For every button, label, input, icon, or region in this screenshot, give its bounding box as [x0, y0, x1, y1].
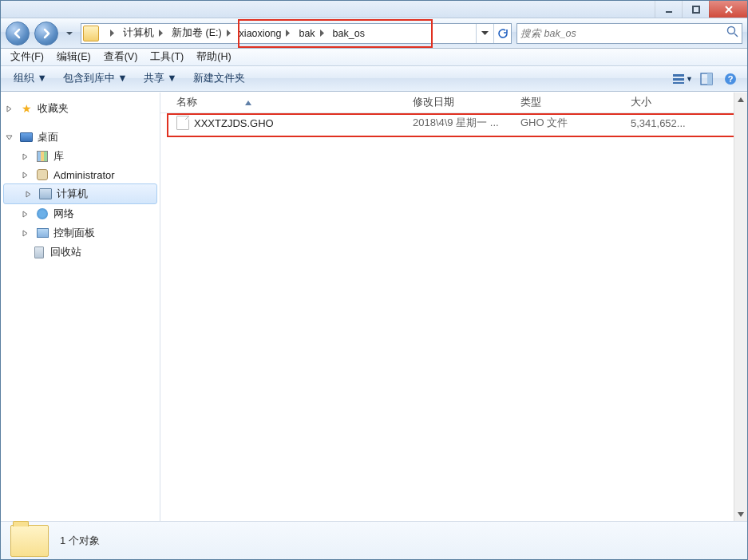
- menu-edit[interactable]: 编辑(E): [50, 49, 97, 65]
- column-label: 修改日期: [413, 97, 454, 108]
- vertical-scrollbar[interactable]: [734, 93, 747, 521]
- sidebar-item-library[interactable]: 库: [1, 147, 160, 166]
- navigation-pane: ★ 收藏夹 桌面 库 Administrator: [1, 93, 160, 521]
- expander-icon[interactable]: [4, 104, 14, 113]
- column-header-type[interactable]: 类型: [514, 93, 624, 112]
- explorer-body: ★ 收藏夹 桌面 库 Administrator: [1, 92, 747, 521]
- menu-view[interactable]: 查看(V): [97, 49, 144, 65]
- sidebar-item-label: 桌面: [38, 130, 58, 144]
- breadcrumb-label: bak: [299, 28, 315, 39]
- control-panel-icon: [36, 227, 49, 239]
- recycle-bin-icon: [33, 246, 46, 258]
- file-name: XXXTZJDS.GHO: [194, 117, 274, 129]
- sidebar-item-favorites[interactable]: ★ 收藏夹: [1, 99, 160, 118]
- sidebar-item-network[interactable]: 网络: [1, 204, 160, 223]
- breadcrumb-bak-os[interactable]: bak_os: [328, 24, 368, 43]
- expander-icon[interactable]: [20, 170, 30, 179]
- breadcrumb-label: xiaoxiong: [239, 28, 282, 39]
- menu-file[interactable]: 文件(F): [4, 49, 50, 65]
- sidebar-item-label: 控制面板: [53, 226, 95, 240]
- toolbar-share[interactable]: 共享 ▼: [137, 69, 184, 89]
- file-type: GHO 文件: [514, 114, 624, 132]
- sidebar-item-label: 回收站: [50, 245, 81, 259]
- expander-icon[interactable]: [20, 209, 30, 219]
- breadcrumb-volume-e[interactable]: 新加卷 (E:): [167, 24, 235, 43]
- column-label: 大小: [631, 97, 651, 108]
- search-box[interactable]: [516, 23, 742, 44]
- scroll-up-button[interactable]: [734, 93, 747, 106]
- column-header-date[interactable]: 修改日期: [406, 93, 514, 112]
- minimize-button[interactable]: [655, 1, 682, 18]
- star-icon: ★: [20, 102, 33, 115]
- nav-history-dropdown[interactable]: [63, 30, 76, 37]
- breadcrumb-computer[interactable]: 计算机: [118, 24, 167, 43]
- toolbar-include-in-library[interactable]: 包含到库中 ▼: [57, 69, 134, 89]
- folder-icon: [83, 26, 99, 41]
- toolbar-new-folder[interactable]: 新建文件夹: [187, 69, 251, 89]
- sidebar-item-label: 计算机: [57, 187, 88, 201]
- expander-icon[interactable]: [23, 189, 33, 199]
- breadcrumb-xiaoxiong[interactable]: xiaoxiong: [235, 24, 295, 43]
- scroll-down-button[interactable]: [734, 507, 747, 521]
- file-icon: [176, 116, 189, 130]
- nav-forward-button[interactable]: [34, 22, 58, 45]
- file-date: 2018\4\9 星期一 ...: [406, 114, 514, 132]
- menu-tools[interactable]: 工具(T): [144, 49, 190, 65]
- file-row[interactable]: XXXTZJDS.GHO 2018\4\9 星期一 ... GHO 文件 5,3…: [160, 113, 747, 132]
- sidebar-item-label: Administrator: [53, 169, 115, 181]
- svg-rect-4: [673, 82, 684, 84]
- file-size: 5,341,652...: [624, 116, 720, 131]
- breadcrumb-root-chevron[interactable]: [101, 24, 118, 43]
- sidebar-item-label: 库: [53, 149, 64, 164]
- toolbar-label: 新建文件夹: [193, 72, 245, 85]
- sidebar-item-label: 网络: [53, 207, 74, 221]
- column-header-name[interactable]: 名称: [170, 93, 406, 112]
- toolbar-help[interactable]: ?: [720, 70, 741, 88]
- sidebar-item-desktop[interactable]: 桌面: [1, 128, 160, 147]
- sidebar-item-administrator[interactable]: Administrator: [1, 166, 160, 183]
- address-bar[interactable]: 计算机 新加卷 (E:) xiaoxiong bak bak_os: [81, 23, 512, 44]
- search-icon: [726, 26, 738, 41]
- user-icon: [36, 168, 49, 181]
- maximize-button[interactable]: [682, 1, 709, 18]
- breadcrumb-label: 计算机: [123, 26, 154, 40]
- expander-icon[interactable]: [20, 228, 30, 238]
- toolbar-label: 包含到库中 ▼: [63, 72, 128, 85]
- sidebar-item-computer[interactable]: 计算机: [3, 183, 157, 204]
- svg-rect-6: [707, 73, 712, 85]
- file-list-pane: 名称 修改日期 类型 大小 XXXTZJDS.GHO 2018\4\9 星期一 …: [160, 93, 747, 521]
- command-bar: 组织 ▼ 包含到库中 ▼ 共享 ▼ 新建文件夹 ▼ ?: [1, 66, 747, 92]
- sidebar-item-control-panel[interactable]: 控制面板: [1, 223, 160, 243]
- svg-point-0: [728, 27, 735, 34]
- sort-indicator-icon: [245, 97, 251, 108]
- address-dropdown[interactable]: [476, 24, 493, 43]
- breadcrumb-label: bak_os: [333, 28, 365, 39]
- svg-rect-2: [673, 74, 684, 77]
- nav-back-button[interactable]: [6, 22, 30, 45]
- expander-icon[interactable]: [4, 132, 14, 142]
- explorer-window: 计算机 新加卷 (E:) xiaoxiong bak bak_os 文件(F) …: [0, 0, 748, 560]
- status-bar: 1 个对象: [1, 521, 747, 559]
- toolbar-preview-pane[interactable]: [696, 70, 717, 88]
- breadcrumb-bak[interactable]: bak: [294, 24, 327, 43]
- close-button[interactable]: [709, 1, 747, 18]
- svg-rect-3: [673, 78, 684, 81]
- svg-line-1: [734, 34, 738, 37]
- sidebar-item-label: 收藏夹: [38, 101, 69, 116]
- sidebar-item-recycle-bin[interactable]: 回收站: [1, 243, 160, 262]
- file-list: XXXTZJDS.GHO 2018\4\9 星期一 ... GHO 文件 5,3…: [160, 113, 747, 521]
- search-input[interactable]: [520, 28, 726, 39]
- network-icon: [36, 207, 49, 220]
- refresh-button[interactable]: [493, 24, 511, 43]
- library-icon: [36, 150, 49, 163]
- navigation-bar: 计算机 新加卷 (E:) xiaoxiong bak bak_os: [1, 18, 747, 49]
- toolbar-label: 组织 ▼: [14, 72, 47, 85]
- menu-help[interactable]: 帮助(H): [190, 49, 237, 65]
- desktop-icon: [20, 131, 33, 144]
- toolbar-view-mode[interactable]: ▼: [672, 70, 693, 88]
- toolbar-organize[interactable]: 组织 ▼: [7, 69, 53, 89]
- folder-large-icon: [10, 525, 49, 557]
- expander-icon[interactable]: [20, 152, 30, 161]
- titlebar: [1, 1, 747, 18]
- column-header-size[interactable]: 大小: [624, 93, 720, 112]
